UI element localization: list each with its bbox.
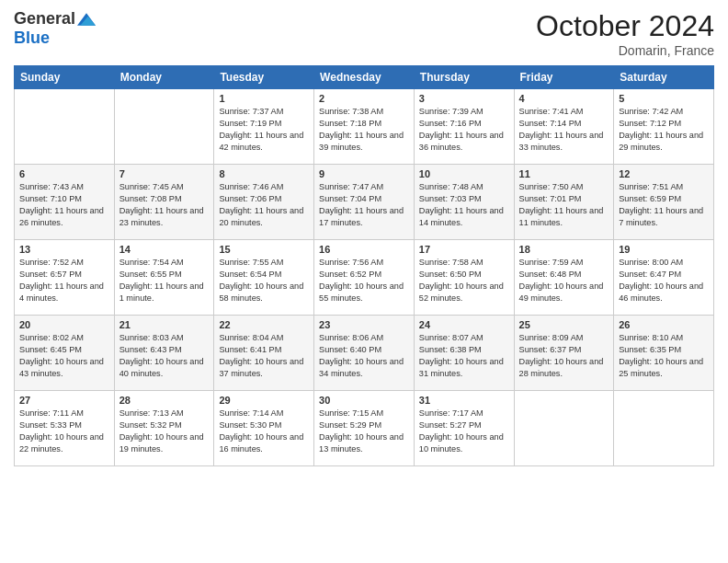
day-number: 29 <box>219 395 309 406</box>
day-number: 9 <box>319 168 409 179</box>
cell-4-6 <box>614 391 714 466</box>
cell-4-5 <box>514 391 614 466</box>
day-info: Sunrise: 7:11 AM Sunset: 5:33 PM Dayligh… <box>19 408 109 455</box>
cell-0-2: 1Sunrise: 7:37 AM Sunset: 7:19 PM Daylig… <box>214 89 314 165</box>
day-info: Sunrise: 7:46 AM Sunset: 7:06 PM Dayligh… <box>219 181 309 229</box>
cell-3-0: 20Sunrise: 8:02 AM Sunset: 6:45 PM Dayli… <box>15 316 115 391</box>
day-number: 15 <box>219 244 309 255</box>
day-number: 30 <box>319 395 409 406</box>
day-info: Sunrise: 7:59 AM Sunset: 6:48 PM Dayligh… <box>519 257 609 304</box>
day-info: Sunrise: 7:43 AM Sunset: 7:10 PM Dayligh… <box>19 181 109 229</box>
day-number: 23 <box>319 319 409 330</box>
day-number: 22 <box>219 319 309 330</box>
logo-icon <box>77 10 96 29</box>
day-info: Sunrise: 7:41 AM Sunset: 7:14 PM Dayligh… <box>519 106 609 154</box>
day-info: Sunrise: 8:04 AM Sunset: 6:41 PM Dayligh… <box>219 332 309 380</box>
day-info: Sunrise: 7:51 AM Sunset: 6:59 PM Dayligh… <box>619 181 709 229</box>
logo-general: General <box>14 9 75 29</box>
cell-2-1: 14Sunrise: 7:54 AM Sunset: 6:55 PM Dayli… <box>114 240 214 316</box>
day-info: Sunrise: 7:47 AM Sunset: 7:04 PM Dayligh… <box>319 181 409 229</box>
day-number: 12 <box>619 168 709 179</box>
day-number: 20 <box>19 319 109 330</box>
day-number: 11 <box>519 168 609 179</box>
day-info: Sunrise: 7:42 AM Sunset: 7:12 PM Dayligh… <box>619 106 709 154</box>
day-info: Sunrise: 7:55 AM Sunset: 6:54 PM Dayligh… <box>219 257 309 304</box>
title-block: October 2024 Domarin, France <box>536 9 714 58</box>
week-row-1: 1Sunrise: 7:37 AM Sunset: 7:19 PM Daylig… <box>15 89 714 165</box>
cell-0-1 <box>114 89 214 165</box>
day-info: Sunrise: 8:09 AM Sunset: 6:37 PM Dayligh… <box>519 332 609 380</box>
day-number: 1 <box>219 93 309 104</box>
cell-1-5: 11Sunrise: 7:50 AM Sunset: 7:01 PM Dayli… <box>514 165 614 240</box>
cell-2-0: 13Sunrise: 7:52 AM Sunset: 6:57 PM Dayli… <box>15 240 115 316</box>
day-number: 28 <box>119 395 210 406</box>
cell-4-1: 28Sunrise: 7:13 AM Sunset: 5:32 PM Dayli… <box>114 391 214 466</box>
cell-3-2: 22Sunrise: 8:04 AM Sunset: 6:41 PM Dayli… <box>214 316 314 391</box>
week-row-2: 6Sunrise: 7:43 AM Sunset: 7:10 PM Daylig… <box>15 165 714 240</box>
week-row-5: 27Sunrise: 7:11 AM Sunset: 5:33 PM Dayli… <box>15 391 714 466</box>
day-info: Sunrise: 7:45 AM Sunset: 7:08 PM Dayligh… <box>119 181 210 229</box>
day-info: Sunrise: 7:38 AM Sunset: 7:18 PM Dayligh… <box>319 106 409 154</box>
cell-3-3: 23Sunrise: 8:06 AM Sunset: 6:40 PM Dayli… <box>314 316 415 391</box>
cell-2-6: 19Sunrise: 8:00 AM Sunset: 6:47 PM Dayli… <box>614 240 714 316</box>
col-friday: Friday <box>514 66 614 89</box>
cell-3-6: 26Sunrise: 8:10 AM Sunset: 6:35 PM Dayli… <box>614 316 714 391</box>
cell-1-6: 12Sunrise: 7:51 AM Sunset: 6:59 PM Dayli… <box>614 165 714 240</box>
day-number: 21 <box>119 319 210 330</box>
cell-2-3: 16Sunrise: 7:56 AM Sunset: 6:52 PM Dayli… <box>314 240 415 316</box>
cell-4-4: 31Sunrise: 7:17 AM Sunset: 5:27 PM Dayli… <box>414 391 514 466</box>
week-row-3: 13Sunrise: 7:52 AM Sunset: 6:57 PM Dayli… <box>15 240 714 316</box>
day-info: Sunrise: 7:39 AM Sunset: 7:16 PM Dayligh… <box>419 106 509 154</box>
day-info: Sunrise: 8:06 AM Sunset: 6:40 PM Dayligh… <box>319 332 409 380</box>
day-number: 8 <box>219 168 309 179</box>
day-info: Sunrise: 8:03 AM Sunset: 6:43 PM Dayligh… <box>119 332 210 380</box>
cell-0-5: 4Sunrise: 7:41 AM Sunset: 7:14 PM Daylig… <box>514 89 614 165</box>
col-sunday: Sunday <box>15 66 115 89</box>
cell-3-5: 25Sunrise: 8:09 AM Sunset: 6:37 PM Dayli… <box>514 316 614 391</box>
header-row: Sunday Monday Tuesday Wednesday Thursday… <box>15 66 714 89</box>
cell-3-1: 21Sunrise: 8:03 AM Sunset: 6:43 PM Dayli… <box>114 316 214 391</box>
cell-1-4: 10Sunrise: 7:48 AM Sunset: 7:03 PM Dayli… <box>414 165 514 240</box>
week-row-4: 20Sunrise: 8:02 AM Sunset: 6:45 PM Dayli… <box>15 316 714 391</box>
day-info: Sunrise: 7:58 AM Sunset: 6:50 PM Dayligh… <box>419 257 509 304</box>
day-number: 27 <box>19 395 109 406</box>
day-number: 10 <box>419 168 509 179</box>
day-number: 5 <box>619 93 709 104</box>
location-subtitle: Domarin, France <box>536 43 714 58</box>
day-info: Sunrise: 7:17 AM Sunset: 5:27 PM Dayligh… <box>419 408 509 455</box>
day-info: Sunrise: 7:13 AM Sunset: 5:32 PM Dayligh… <box>119 408 210 455</box>
col-saturday: Saturday <box>614 66 714 89</box>
page: General Blue October 2024 Domarin, Franc… <box>0 0 728 563</box>
day-number: 14 <box>119 244 210 255</box>
day-number: 6 <box>19 168 109 179</box>
col-monday: Monday <box>114 66 214 89</box>
day-number: 7 <box>119 168 210 179</box>
day-number: 31 <box>419 395 509 406</box>
logo: General Blue <box>14 9 96 48</box>
day-info: Sunrise: 8:07 AM Sunset: 6:38 PM Dayligh… <box>419 332 509 380</box>
day-number: 13 <box>19 244 109 255</box>
day-number: 17 <box>419 244 509 255</box>
day-number: 25 <box>519 319 609 330</box>
cell-2-4: 17Sunrise: 7:58 AM Sunset: 6:50 PM Dayli… <box>414 240 514 316</box>
day-number: 24 <box>419 319 509 330</box>
cell-2-5: 18Sunrise: 7:59 AM Sunset: 6:48 PM Dayli… <box>514 240 614 316</box>
cell-0-0 <box>15 89 115 165</box>
cell-1-1: 7Sunrise: 7:45 AM Sunset: 7:08 PM Daylig… <box>114 165 214 240</box>
day-number: 26 <box>619 319 709 330</box>
cell-0-6: 5Sunrise: 7:42 AM Sunset: 7:12 PM Daylig… <box>614 89 714 165</box>
day-number: 16 <box>319 244 409 255</box>
cell-1-2: 8Sunrise: 7:46 AM Sunset: 7:06 PM Daylig… <box>214 165 314 240</box>
day-info: Sunrise: 8:00 AM Sunset: 6:47 PM Dayligh… <box>619 257 709 304</box>
col-thursday: Thursday <box>414 66 514 89</box>
logo-blue: Blue <box>14 29 50 48</box>
day-number: 2 <box>319 93 409 104</box>
cell-1-0: 6Sunrise: 7:43 AM Sunset: 7:10 PM Daylig… <box>15 165 115 240</box>
cell-0-3: 2Sunrise: 7:38 AM Sunset: 7:18 PM Daylig… <box>314 89 415 165</box>
col-wednesday: Wednesday <box>314 66 415 89</box>
day-info: Sunrise: 7:54 AM Sunset: 6:55 PM Dayligh… <box>119 257 210 304</box>
cell-4-3: 30Sunrise: 7:15 AM Sunset: 5:29 PM Dayli… <box>314 391 415 466</box>
cell-3-4: 24Sunrise: 8:07 AM Sunset: 6:38 PM Dayli… <box>414 316 514 391</box>
cell-4-2: 29Sunrise: 7:14 AM Sunset: 5:30 PM Dayli… <box>214 391 314 466</box>
day-info: Sunrise: 8:10 AM Sunset: 6:35 PM Dayligh… <box>619 332 709 380</box>
